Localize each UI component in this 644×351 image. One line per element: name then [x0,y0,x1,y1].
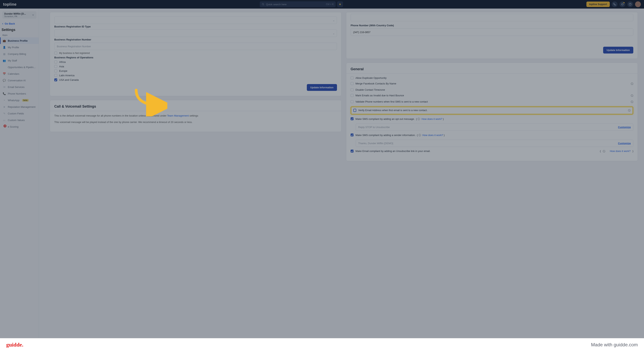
region-checkbox[interactable]: Africa [54,60,337,64]
info-icon[interactable]: ⓘ [418,118,420,120]
opt-merge-fb[interactable]: Merge Facebook Contacts By Nameⓘ [350,82,633,86]
sidebar-item-label: e Scoring [8,125,18,128]
sidebar-item-label: Custom Values [8,119,25,122]
how-link[interactable]: How does it work? [422,134,443,136]
sidebar-item[interactable]: 👤My Profile [0,44,39,50]
biz-reg-num-label: Business Registration Number [54,38,337,41]
highlight-verify-email: Verify Email Address when first email is… [350,106,633,114]
support-button[interactable]: topline Support [586,2,610,7]
sidebar-item-label: Reputation Management [8,106,36,108]
opt-disable-tz[interactable]: Disable Contact Timezone [350,88,633,91]
made-with: Made with guidde.com [591,342,638,348]
biz-reg-num-input[interactable]: Business Registration Number [54,42,337,50]
nav-icon: 📞 [3,92,6,95]
voicemail-help-1: This is the default voicemail message fo… [54,114,337,118]
sidebar-item[interactable]: ⚬WhatsAppbeta [0,97,39,104]
nav-icon: 📅 [3,72,6,75]
region-checkbox[interactable]: USA and Canada [54,78,337,81]
sidebar-item-label: My Profile [8,46,19,49]
update-info-button-left[interactable]: Update Information [307,84,337,91]
sidebar: Dunder Mifflin [D... Scranton, PA Go Bac… [0,8,39,338]
sidebar-item[interactable]: ✉Email Services [0,84,39,90]
checkbox [54,70,57,72]
sidebar-section: Apps [2,34,36,36]
opt-duplicate[interactable]: Allow Duplicate Opportunity [350,76,633,80]
contact-info-card: Phone Number (With Country Code) (347) 2… [346,12,638,59]
info-icon[interactable]: ⓘ [631,94,633,98]
sms-sender-field[interactable]: Thanks, Dunder Mifflin [DEMO]Customize [356,140,633,147]
opt-sms-sender[interactable]: Make SMS compliant by adding a sender in… [350,134,633,137]
notification-dot [624,2,624,3]
sidebar-item[interactable]: 📅Calendars [0,70,39,77]
region-label: Africa [59,60,66,64]
notifications-button[interactable] [620,1,625,7]
sidebar-item-label: Business Profile [8,39,28,42]
user-avatar[interactable] [635,1,641,7]
region-checkbox[interactable]: Latin America [54,74,337,77]
region-label: Latin America [59,74,74,77]
info-icon[interactable]: ⓘ [631,82,633,86]
sidebar-item[interactable]: 📞Phone Numbers [0,90,39,97]
region-checkbox[interactable]: Europe [54,70,337,72]
regions-label: Business Regions of Operations [54,56,337,59]
sidebar-item[interactable]: ★Reputation Management [0,104,39,110]
nav-icon: ⚬ [3,99,6,102]
call-voicemail-title: Call & Voicemail Settings [54,104,337,108]
sidebar-item[interactable]: 💼Business Profile [0,37,39,44]
search-placeholder: Quick search here [266,3,286,6]
topbar: topline Quick search here Ctrl + K topli… [0,0,644,8]
account-switcher[interactable]: Dunder Mifflin [D... Scranton, PA [2,11,36,19]
region-checkbox[interactable]: Asia [54,65,337,68]
not-registered-checkbox[interactable]: My business is Not registered [54,52,337,54]
sidebar-item-label: My Staff [8,59,17,62]
sidebar-item-label: WhatsApp [8,99,20,102]
opt-verify-email[interactable]: Verify Email Address when first email is… [353,109,630,112]
prev-input-blank[interactable] [350,14,633,21]
checkbox [54,78,57,81]
opt-email-unsub[interactable]: Make Email compliant by adding an Unsubs… [350,150,633,153]
biz-id-type-select[interactable]: ⌄ [54,30,337,37]
team-management-link[interactable]: Team Management [167,114,189,117]
sidebar-item[interactable]: 👥My Staff [0,57,39,64]
sidebar-item[interactable]: ▦Company Billing [0,50,39,57]
info-icon[interactable]: ⓘ [418,134,421,136]
quick-actions-button[interactable] [337,1,343,7]
customize-link[interactable]: Customize [618,142,631,145]
chevron-down-icon [32,14,34,16]
sms-optout-field[interactable]: Reply STOP to UnsubscribeCustomize [356,124,633,131]
guidde-logo: guidde. [6,342,23,348]
account-location: Scranton, PA [4,15,30,18]
footer: guidde. Made with guidde.com [0,338,644,351]
general-title: General [350,67,633,71]
opt-sms-optout[interactable]: Make SMS compliant by adding an opt out … [350,117,633,121]
global-search[interactable]: Quick search here Ctrl + K [260,1,336,7]
sidebar-item[interactable]: Opportunities & Pipelin... [0,64,39,70]
business-info-card: ⌄ Business Registration ID Type ⌄ Busine… [50,12,342,96]
how-link[interactable]: How does it work? [422,118,442,120]
sidebar-item[interactable]: ⚏Custom Values [0,117,39,123]
sidebar-item[interactable]: 💬Conversation AI [0,77,39,84]
opt-hard-bounce[interactable]: Mark Emails as Invalid due to Hard Bounc… [350,94,633,98]
chevron-down-icon: ⌄ [333,19,335,22]
how-link[interactable]: How does it work? [610,150,630,152]
info-icon[interactable]: ⓘ [628,109,630,112]
phone-input[interactable]: (347) 216-0857 [350,28,633,36]
sidebar-item[interactable]: e Scoring4 [0,123,39,130]
sidebar-item[interactable]: ✎Custom Fields [0,110,39,117]
opt-validate-phone[interactable]: Validate Phone numbers when first SMS is… [350,100,633,104]
call-button[interactable] [612,1,618,7]
phone-label: Phone Number (With Country Code) [350,24,633,27]
business-type-select[interactable]: ⌄ [54,16,337,24]
sidebar-item-label: Opportunities & Pipelin... [8,66,36,69]
go-back-link[interactable]: Go Back [2,22,37,25]
voicemail-help-2: This voicemail message will be played in… [54,120,337,124]
help-button[interactable] [627,1,633,7]
customize-link[interactable]: Customize [618,126,631,128]
checkbox [54,74,57,77]
info-icon[interactable]: ⓘ [603,150,605,153]
nav-icon [3,66,6,69]
update-info-button-right[interactable]: Update Information [603,47,633,54]
chevron-down-icon: ⌄ [333,32,335,35]
info-icon[interactable]: ⓘ [631,100,633,104]
beta-badge: beta [22,99,28,102]
